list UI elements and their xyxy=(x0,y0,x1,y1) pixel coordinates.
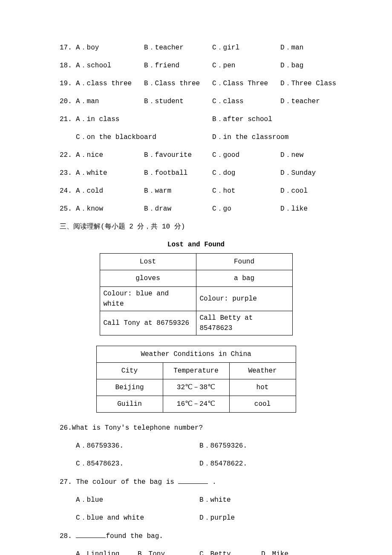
q17-row: 17. A．boy B．teacher C．girl D．man xyxy=(60,43,332,53)
option-a: A．in class xyxy=(76,114,212,124)
q26-options-row2: C．85478623. D．85478622. xyxy=(76,459,332,469)
stem-post: . xyxy=(208,478,216,486)
stem-pre: The colour of the bag is xyxy=(76,478,178,486)
question-number: 17. xyxy=(60,43,76,53)
option-b: B．Tony xyxy=(138,549,199,555)
question-number: 19. xyxy=(60,78,76,89)
option-a: A．boy xyxy=(76,43,144,53)
question-number: 25. xyxy=(60,204,76,214)
option-d: D．in the classroom xyxy=(212,132,349,142)
option-b: B．white xyxy=(199,495,323,505)
weather-table: Weather Conditions in China City Tempera… xyxy=(96,346,296,413)
option-a: A．Lingling xyxy=(76,549,138,555)
wc-weather-header: Weather xyxy=(229,363,296,379)
option-b: B．favourite xyxy=(144,150,212,160)
option-d: D．Mike xyxy=(261,549,323,555)
option-a: A．school xyxy=(76,61,144,71)
question-number: 23. xyxy=(60,168,76,178)
option-b: B．student xyxy=(144,96,212,107)
q23-row: 23. A．white B．football C．dog D．Sunday xyxy=(60,168,332,178)
option-d: D．new xyxy=(280,150,349,160)
question-number: 21. xyxy=(60,114,76,124)
option-a: A．man xyxy=(76,96,144,107)
option-b: B．after school xyxy=(212,114,349,124)
table-row: Beijing 32℃－38℃ hot xyxy=(96,379,296,396)
option-d: D．cool xyxy=(280,186,349,196)
option-c: C．go xyxy=(212,204,280,214)
wc-temp-header: Temperature xyxy=(163,363,229,379)
lost-item: gloves xyxy=(100,270,196,287)
q21-row-2: C．on the blackboard D．in the classroom xyxy=(76,132,332,142)
option-c: C．hot xyxy=(212,186,280,196)
question-number: 20. xyxy=(60,96,76,107)
option-c: C．Class Three xyxy=(212,78,280,89)
option-c: C．dog xyxy=(212,168,280,178)
wc-weather: cool xyxy=(229,396,296,413)
option-b: B．teacher xyxy=(144,43,212,53)
option-b: B．warm xyxy=(144,186,212,196)
option-d: D．man xyxy=(280,43,349,53)
option-b: B．86759326. xyxy=(199,441,323,451)
option-d: D．bag xyxy=(280,61,349,71)
q27-options-row1: A．blue B．white xyxy=(76,495,332,505)
option-a: A．class three xyxy=(76,78,144,89)
option-a: A．86759336. xyxy=(76,441,199,451)
question-number: 24. xyxy=(60,186,76,196)
wc-temp: 16℃－24℃ xyxy=(163,396,229,413)
q19-row: 19. A．class three B．Class three C．Class … xyxy=(60,78,332,89)
fill-blank xyxy=(178,477,208,484)
found-call: Call Betty at 85478623 xyxy=(196,311,292,335)
q28-stem: 28. found the bag. xyxy=(60,531,332,541)
q18-row: 18. A．school B．friend C．pen D．bag xyxy=(60,61,332,71)
lost-found-title: Lost and Found xyxy=(60,240,332,250)
lost-header: Lost xyxy=(100,254,196,270)
option-d: D．Three Class xyxy=(280,78,349,89)
option-d: D．teacher xyxy=(280,96,349,107)
wc-temp: 32℃－38℃ xyxy=(163,379,229,396)
wc-weather: hot xyxy=(229,379,296,396)
q25-row: 25. A．know B．draw C．go D．like xyxy=(60,204,332,214)
option-c: C．girl xyxy=(212,43,280,53)
q21-row-1: 21. A．in class B．after school xyxy=(60,114,332,124)
found-item: a bag xyxy=(196,270,292,287)
wc-city: Guilin xyxy=(96,396,163,413)
stem-post: found the bag. xyxy=(106,532,163,540)
option-a: A．know xyxy=(76,204,144,214)
option-c: C．pen xyxy=(212,61,280,71)
found-color: Colour: purple xyxy=(196,287,292,311)
option-c: C．Betty xyxy=(199,549,261,555)
table-row: Colour: blue and white Colour: purple xyxy=(100,287,292,311)
fill-blank xyxy=(76,531,106,538)
option-c: C．on the blackboard xyxy=(76,132,212,142)
q26-stem: 26.What is Tony's telephone number? xyxy=(60,423,332,433)
option-b: B．football xyxy=(144,168,212,178)
question-number: 27. xyxy=(60,478,72,486)
found-header: Found xyxy=(196,254,292,270)
option-b: B．Class three xyxy=(144,78,212,89)
question-number: 22. xyxy=(60,150,76,160)
option-c: C．good xyxy=(212,150,280,160)
stem-text: What is Tony's telephone number? xyxy=(72,424,203,432)
option-a: A．nice xyxy=(76,150,144,160)
option-a: A．blue xyxy=(76,495,199,505)
q27-options-row2: C．blue and white D．purple xyxy=(76,513,332,523)
section-3-header: 三、阅读理解(每小题 2 分，共 10 分) xyxy=(60,222,332,232)
option-c: C．85478623. xyxy=(76,459,199,469)
option-d: D．purple xyxy=(199,513,323,523)
q26-options-row1: A．86759336. B．86759326. xyxy=(76,441,332,451)
question-number: 28. xyxy=(60,532,72,540)
table-row: Lost Found xyxy=(100,254,292,270)
lost-color: Colour: blue and white xyxy=(100,287,196,311)
q24-row: 24. A．cold B．warm C．hot D．cool xyxy=(60,186,332,196)
table-row: Call Tony at 86759326 Call Betty at 8547… xyxy=(100,311,292,335)
option-d: D．85478622. xyxy=(199,459,323,469)
weather-title: Weather Conditions in China xyxy=(96,346,296,363)
q28-options-row: A．Lingling B．Tony C．Betty D．Mike xyxy=(76,549,332,555)
option-d: D．Sunday xyxy=(280,168,349,178)
table-row: Guilin 16℃－24℃ cool xyxy=(96,396,296,413)
option-d: D．like xyxy=(280,204,349,214)
question-number: 18. xyxy=(60,61,76,71)
q22-row: 22. A．nice B．favourite C．good D．new xyxy=(60,150,332,160)
wc-city: Beijing xyxy=(96,379,163,396)
lost-found-table: Lost Found gloves a bag Colour: blue and… xyxy=(100,253,293,335)
